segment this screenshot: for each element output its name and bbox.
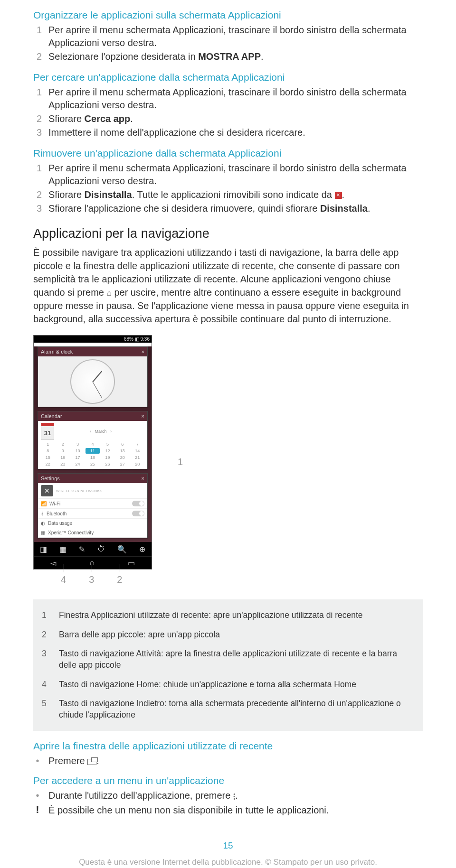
legend-box: 1Finestra Applicazioni utilizzate di rec… [33,599,423,731]
text: . [261,51,264,62]
section-title: Aprire la finestra delle applicazioni ut… [33,740,423,752]
settings-body: ✕ WIRELESS & NETWORKS 📶Wi-Fi ᚼBluetooth … [38,483,147,538]
warning-row: ! È possibile che un menu non sia dispon… [33,804,423,817]
legend-row: 2Barra delle app piccole: apre un'app pi… [42,625,414,644]
bullet-row: • Premere . [33,755,423,767]
small-app-icon: ⏱ [97,545,105,553]
legend-num: 4 [42,679,49,691]
text: . [130,113,133,124]
small-app-icon: ✎ [79,545,85,554]
step-number: 3 [33,126,42,139]
bold-text: Cerca app [85,113,131,124]
settings-row: 📶Wi-Fi [38,499,147,509]
warning-icon: ! [33,804,42,817]
settings-row: ᚼBluetooth [38,509,147,519]
close-icon: × [142,476,144,481]
text: Sfiorare [48,113,85,124]
text: . [342,189,345,200]
step-number: 3 [33,202,42,215]
callout-number: 4 [61,574,66,585]
bullet: • [33,789,42,802]
step-number: 1 [33,162,42,187]
callout-right-1: 1 [157,457,183,467]
calendar-grid: 1234567 891011121314 15161718192021 2223… [41,441,144,467]
step-text: Premere . [48,755,423,767]
step-row: 3 Immettere il nome dell'applicazione ch… [33,126,423,139]
small-app-icon: ◨ [40,545,47,554]
settings-row: ▦Xperia™ Connectivity [38,528,147,538]
step-text: Sfiorare Disinstalla. Tutte le applicazi… [48,188,423,201]
phone-body: Alarm & clock× Calendar× 31 ‹ March › 12… [34,346,152,569]
step-text: Sfiorare Cerca app. [48,112,423,125]
legend-row: 4Tasto di navigazione Home: chiude un'ap… [42,675,414,694]
manual-page: Organizzare le applicazioni sulla scherm… [0,0,456,868]
text: March [95,429,106,434]
card-title: Calendar [41,413,62,419]
close-icon: × [142,413,144,419]
tools-icon: ✕ [41,485,53,496]
card-header: Alarm & clock× [38,347,147,356]
bold-text: Disinstalla [85,189,132,200]
legend-row: 5Tasto di navigazione Indietro: torna al… [42,694,414,724]
recent-nav-icon: ▭ [128,559,135,568]
home-icon: ⌂ [107,288,112,299]
close-icon: × [142,349,144,355]
section-title: Rimuovere un'applicazione dalla schermat… [33,148,423,159]
phone-figure: 68% ◧ 9:36 Alarm & clock× Calendar× 31 ‹… [33,335,423,569]
step-number: 2 [33,50,42,63]
small-app-icon: ▦ [59,545,66,554]
legend-num: 3 [42,648,49,671]
section-title: Organizzare le applicazioni sulla scherm… [33,9,423,21]
step-row: 2 Sfiorare Disinstalla. Tutte le applica… [33,188,423,201]
settings-label: Wi-Fi [49,501,60,506]
legend-num: 5 [42,698,49,720]
legend-text: Tasto di navigazione Home: chiude un'app… [59,679,356,691]
settings-label: Data usage [48,521,72,526]
card-header: Calendar× [38,411,147,421]
step-row: 2 Sfiorare Cerca app. [33,112,423,125]
step-row: 2 Selezionare l'opzione desiderata in MO… [33,50,423,63]
bullet: • [33,755,42,767]
calendar-top: 31 ‹ March › [41,423,144,440]
phone-mock: 68% ◧ 9:36 Alarm & clock× Calendar× 31 ‹… [33,335,152,569]
step-number: 2 [33,112,42,125]
text: Selezionare l'opzione desiderata in [48,51,198,62]
callout-number: 1 [178,457,183,467]
clock-body [38,356,147,407]
callout-number: 3 [89,574,94,585]
calendar-month: ‹ March › [57,429,144,434]
legend-text: Tasto di navigazione Attività: apre la f… [59,648,414,671]
legend-text: Finestra Applicazioni utilizzate di rece… [59,610,363,621]
legend-text: Tasto di navigazione Indietro: torna all… [59,698,414,720]
small-app-icon: 🔍 [117,545,127,554]
section-title: Per accedere a un menu in un'applicazion… [33,775,423,786]
footer-note: Questa è una versione Internet della pub… [33,858,423,867]
card-title: Alarm & clock [41,349,73,355]
text: . [235,790,238,801]
step-row: 1 Per aprire il menu schermata Applicazi… [33,86,423,112]
text: Sfiorare [48,189,85,200]
bullet-row: • Durante l'utilizzo dell'applicazione, … [33,789,423,802]
text: Durante l'utilizzo dell'applicazione, pr… [48,790,233,801]
calendar-day-icon: 31 [41,423,54,440]
step-row: 3 Sfiorare l'applicazione che si desider… [33,202,423,215]
small-app-icon: ⊕ [139,545,145,554]
step-text: Per aprire il menu schermata Applicazion… [48,24,423,49]
section-title: Per cercare un'applicazione dalla scherm… [33,72,423,83]
legend-text: Barra delle app piccole: apre un'app pic… [59,629,220,641]
recent-app-card: Settings× ✕ WIRELESS & NETWORKS 📶Wi-Fi ᚼ… [38,473,148,538]
page-number: 15 [33,840,423,851]
settings-row: ◐Data usage [38,519,147,528]
legend-num: 1 [42,610,49,621]
warning-text: È possibile che un menu non sia disponib… [48,804,423,817]
recent-app-card: Calendar× 31 ‹ March › 1234567 891011121… [38,411,148,469]
step-text: Per aprire il menu schermata Applicazion… [48,86,423,112]
step-number: 2 [33,188,42,201]
text: Sfiorare l'applicazione che si desidera … [48,203,320,214]
step-text: Immettere il nome dell'applicazione che … [48,126,423,139]
step-row: 1 Per aprire il menu schermata Applicazi… [33,24,423,49]
callout-number: 2 [117,574,122,585]
step-text: Durante l'utilizzo dell'applicazione, pr… [48,789,423,802]
step-text: Per aprire il menu schermata Applicazion… [48,162,423,187]
back-nav-icon: ◅ [50,559,56,568]
